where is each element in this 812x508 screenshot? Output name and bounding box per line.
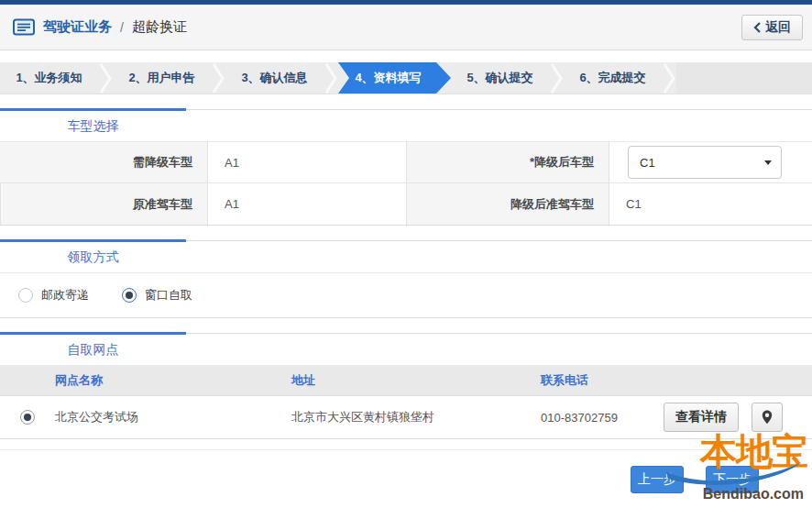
label-original-permitted-type: 原准驾车型 — [0, 183, 208, 225]
view-details-button[interactable]: 查看详情 — [664, 403, 739, 432]
column-header-name: 网点名称 — [55, 372, 291, 389]
outlets-table-header: 网点名称 地址 联系电话 — [0, 366, 812, 396]
vehicle-form-grid: 需降级车型 A1 *降级后车型 C1 原准驾车型 A1 降级后准驾车型 C1 — [0, 142, 812, 226]
section-pickup-method: 领取方式 邮政寄递 窗口自取 — [0, 240, 812, 318]
breadcrumb-divider: / — [120, 20, 124, 35]
next-step-button[interactable]: 下一步 — [706, 466, 759, 493]
back-button-label: 返回 — [765, 19, 791, 36]
step-wizard: 1、业务须知 2、用户申告 3、确认信息 4、资料填写 5、确认提交 6、完成提… — [0, 62, 812, 94]
after-downgrade-type-select[interactable]: C1 — [628, 146, 782, 179]
pickup-option-label: 窗口自取 — [145, 287, 192, 304]
chevron-right-icon — [98, 62, 113, 94]
section-header: 车型选择 — [0, 110, 812, 142]
step-tab-6[interactable]: 6、完成提交 — [564, 62, 662, 94]
column-header-address: 地址 — [291, 372, 541, 389]
section-title: 自取网点 — [0, 334, 186, 366]
label-after-downgrade-type: *降级后车型 — [406, 142, 609, 183]
page-header: 驾驶证业务 / 超龄换证 返回 — [0, 5, 812, 50]
radio-window-pickup[interactable] — [122, 288, 137, 303]
section-title: 车型选择 — [0, 110, 186, 142]
section-pickup-outlets: 自取网点 网点名称 地址 联系电话 北京公交考试场 北京市大兴区黄村镇狼垡村 0… — [0, 333, 812, 439]
outlet-radio-cell — [0, 410, 55, 425]
value-original-permitted-type: A1 — [208, 183, 406, 225]
value-downgraded-permitted-type: C1 — [609, 183, 812, 225]
form-list-icon — [13, 18, 35, 36]
step-wizard-filler — [676, 62, 812, 94]
map-pin-icon — [762, 410, 773, 425]
breadcrumb-current: 超龄换证 — [132, 18, 187, 36]
pickup-option-label: 邮政寄递 — [41, 287, 89, 304]
chevron-right-icon — [324, 62, 338, 94]
cell-after-downgrade-select: C1 — [609, 142, 812, 183]
chevron-right-icon — [211, 62, 225, 94]
back-button[interactable]: 返回 — [741, 15, 803, 40]
breadcrumb-category: 驾驶证业务 — [43, 18, 112, 36]
step-tab-3[interactable]: 3、确认信息 — [225, 62, 324, 94]
column-header-phone: 联系电话 — [541, 372, 664, 389]
chevron-right-icon — [662, 62, 676, 94]
outlet-phone: 010-83702759 — [541, 411, 664, 425]
step-tab-1[interactable]: 1、业务须知 — [0, 62, 98, 94]
map-location-button[interactable] — [752, 403, 783, 432]
radio-postal-delivery[interactable] — [18, 288, 33, 303]
step-tab-4[interactable]: 4、资料填写 — [338, 62, 451, 94]
footer-buttons: 上一步 下一步 — [0, 466, 759, 493]
label-need-downgrade-type: 需降级车型 — [0, 142, 208, 183]
step-tab-5[interactable]: 5、确认提交 — [451, 62, 549, 94]
outlet-address: 北京市大兴区黄村镇狼垡村 — [291, 409, 541, 425]
pickup-option-window[interactable]: 窗口自取 — [122, 287, 192, 304]
chevron-down-icon — [764, 160, 772, 165]
pickup-options-row: 邮政寄递 窗口自取 — [0, 273, 812, 318]
chevron-left-icon — [753, 22, 761, 33]
radio-outlet-select[interactable] — [20, 410, 35, 425]
outlet-table-row: 北京公交考试场 北京市大兴区黄村镇狼垡村 010-83702759 查看详情 — [0, 396, 812, 439]
label-downgraded-permitted-type: 降级后准驾车型 — [406, 183, 609, 225]
outlet-actions: 查看详情 — [664, 403, 812, 432]
section-title: 领取方式 — [0, 241, 186, 273]
pickup-option-postal[interactable]: 邮政寄递 — [18, 287, 89, 304]
chevron-right-icon — [549, 62, 564, 94]
step-tab-2[interactable]: 2、用户申告 — [113, 62, 211, 94]
section-header: 领取方式 — [0, 241, 812, 273]
section-header: 自取网点 — [0, 334, 812, 366]
outlet-name: 北京公交考试场 — [55, 409, 291, 425]
footer-bar: 上一步 下一步 — [0, 449, 812, 508]
section-vehicle-type: 车型选择 需降级车型 A1 *降级后车型 C1 原准驾车型 A1 降级后准驾车型… — [0, 109, 812, 226]
previous-step-button[interactable]: 上一步 — [631, 466, 684, 493]
select-selected-value: C1 — [640, 156, 764, 170]
value-need-downgrade-type: A1 — [208, 142, 406, 183]
